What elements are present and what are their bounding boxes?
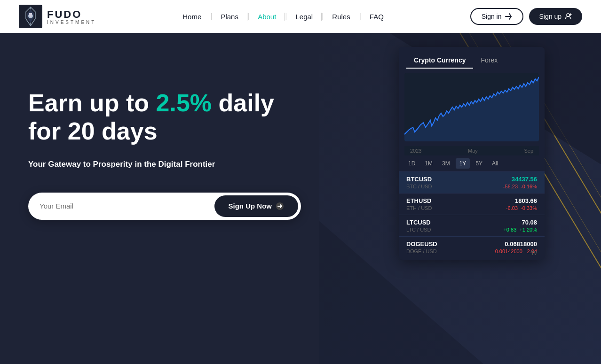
- ticker-eth-right: 1803.66 -6.03 -0.33%: [506, 197, 537, 211]
- doge-price: 0.06818000: [493, 240, 537, 248]
- ticker-ltc-right: 70.08 +0.83 +1.20%: [503, 219, 537, 232]
- eth-price: 1803.66: [506, 197, 537, 204]
- hero-subheading: Your Gateway to Prosperity in the Digita…: [28, 160, 301, 169]
- email-input[interactable]: [40, 202, 214, 210]
- btc-symbol: BTCUSD: [406, 176, 432, 183]
- eth-pair: ETH / USD: [406, 205, 432, 211]
- arrow-right-icon: [276, 202, 284, 210]
- btc-pair: BTC / USD: [406, 184, 432, 189]
- ticker-widget: Crypto Currency Forex 2023 May Sep 1D 1M…: [399, 47, 545, 260]
- time-3m[interactable]: 3M: [438, 158, 454, 169]
- nav-legal[interactable]: Legal: [287, 13, 322, 21]
- eth-change: -6.03 -0.33%: [506, 205, 537, 211]
- time-1y[interactable]: 1Y: [456, 158, 470, 169]
- main-nav: Home | Plans | About | Legal | Rules | F…: [174, 12, 392, 21]
- logo-icon: [19, 5, 42, 28]
- ltc-pair: LTC / USD: [406, 227, 431, 232]
- hero-accent: 2.5%: [156, 89, 212, 116]
- ltc-change: +0.83 +1.20%: [503, 227, 537, 232]
- logo-subtitle: INVESTMENT: [47, 20, 96, 25]
- ticker-btc-right: 34437.56 -56.23 -0.16%: [503, 176, 537, 189]
- btc-change: -56.23 -0.16%: [503, 184, 537, 189]
- nav-about[interactable]: About: [249, 13, 285, 21]
- header: FUDO INVESTMENT Home | Plans | About | L…: [0, 0, 601, 33]
- hero-content: Earn up to 2.5% dailyfor 20 days Your Ga…: [28, 89, 301, 220]
- hero-heading-pre: Earn up to: [28, 89, 156, 116]
- eth-symbol: ETHUSD: [406, 197, 432, 204]
- time-1m[interactable]: 1M: [421, 158, 436, 169]
- ticker-btc-left: BTCUSD BTC / USD: [406, 176, 432, 189]
- time-5y[interactable]: 5Y: [472, 158, 486, 169]
- logo-title: FUDO: [47, 8, 96, 21]
- ticker-row-eth[interactable]: ETHUSD ETH / USD 1803.66 -6.03 -0.33%: [399, 193, 545, 215]
- ltc-symbol: LTCUSD: [406, 219, 431, 226]
- svg-point-8: [567, 14, 569, 16]
- email-form: Sign Up Now: [28, 193, 301, 220]
- ticker-doge-right: 0.06818000 -0.00142000 -2.04: [493, 240, 537, 254]
- nav-plans[interactable]: Plans: [212, 13, 247, 21]
- tab-forex[interactable]: Forex: [473, 53, 505, 69]
- btc-price: 34437.56: [503, 176, 537, 183]
- price-chart: [404, 73, 539, 141]
- time-1d[interactable]: 1D: [404, 158, 419, 169]
- doge-symbol: DOGEUSD: [406, 240, 437, 248]
- time-range: 1D 1M 3M 1Y 5Y All: [399, 155, 545, 171]
- nav-rules[interactable]: Rules: [324, 13, 359, 21]
- logo[interactable]: FUDO INVESTMENT: [19, 5, 96, 28]
- chart-labels: 2023 May Sep: [404, 146, 539, 155]
- header-buttons: Sign in Sign up: [470, 8, 582, 25]
- signin-button[interactable]: Sign in: [470, 8, 523, 25]
- hero-heading: Earn up to 2.5% dailyfor 20 days: [28, 89, 301, 146]
- ticker-row-ltc[interactable]: LTCUSD LTC / USD 70.08 +0.83 +1.20%: [399, 215, 545, 236]
- tab-crypto[interactable]: Crypto Currency: [406, 53, 473, 69]
- time-all[interactable]: All: [488, 158, 502, 169]
- ticker-eth-left: ETHUSD ETH / USD: [406, 197, 432, 211]
- chart-area: [404, 73, 539, 141]
- nav-home[interactable]: Home: [174, 13, 210, 21]
- ticker-row-doge[interactable]: DOGEUSD DOGE / USD 0.06818000 -0.0014200…: [399, 236, 545, 260]
- ltc-price: 70.08: [503, 219, 537, 226]
- ticker-doge-left: DOGEUSD DOGE / USD: [406, 240, 437, 254]
- hero-section: Earn up to 2.5% dailyfor 20 days Your Ga…: [0, 33, 601, 364]
- nav-faq[interactable]: FAQ: [361, 13, 392, 21]
- signup-hero-button[interactable]: Sign Up Now: [214, 195, 299, 217]
- ticker-row-btc[interactable]: BTCUSD BTC / USD 34437.56 -56.23 -0.16%: [399, 171, 545, 193]
- ticker-ltc-left: LTCUSD LTC / USD: [406, 219, 431, 232]
- doge-pair: DOGE / USD: [406, 248, 437, 254]
- signup-icon: [564, 13, 572, 20]
- ticker-tabs: Crypto Currency Forex: [399, 47, 545, 69]
- doge-change: -0.00142000 -2.04: [493, 248, 537, 254]
- signin-icon: [505, 13, 512, 20]
- logo-text: FUDO INVESTMENT: [47, 8, 96, 25]
- signup-button[interactable]: Sign up: [529, 8, 582, 25]
- tradingview-logo: TV: [531, 251, 537, 256]
